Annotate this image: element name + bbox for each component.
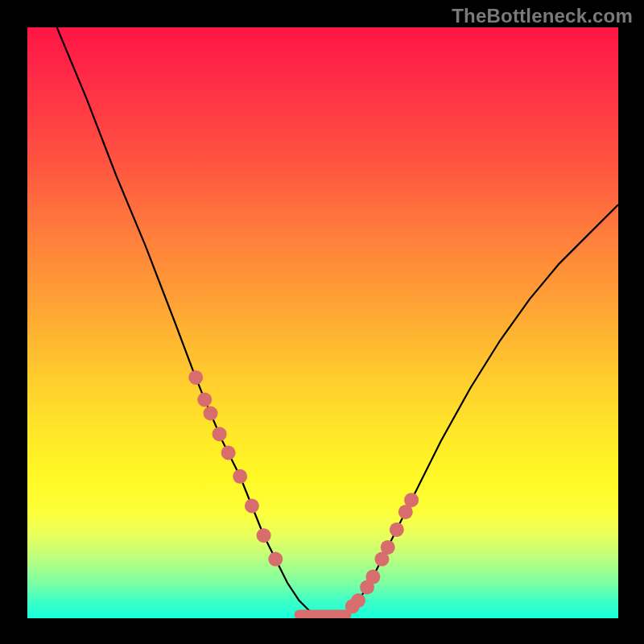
highlight-dot [390,522,404,537]
highlight-dot [233,469,247,484]
bottleneck-curve [57,27,618,618]
highlight-dot [351,593,365,608]
curve-layer [27,27,618,618]
highlight-dot [245,499,259,514]
highlight-dot [188,370,203,385]
highlight-dot [268,552,283,567]
highlight-dots-group [188,370,419,613]
highlight-dot [381,540,395,555]
plot-area [27,27,618,618]
watermark-text: TheBottleneck.com [452,5,633,27]
highlight-dot [197,392,212,407]
highlight-dot [257,528,271,543]
highlight-dot [213,427,227,441]
highlight-dot [365,570,380,584]
highlight-dot [221,446,236,460]
highlight-dot [404,493,419,507]
chart-frame: TheBottleneck.com [0,0,644,644]
highlight-dot [204,407,218,421]
